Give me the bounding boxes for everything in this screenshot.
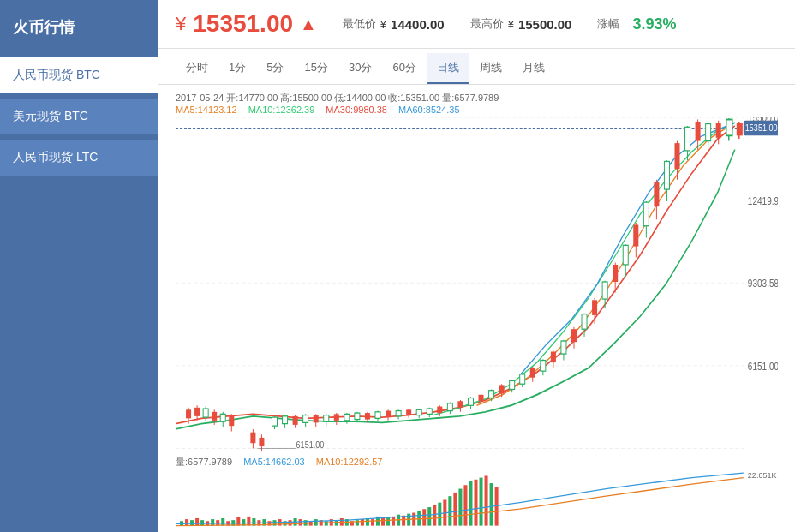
svg-rect-43 <box>334 414 339 421</box>
svg-rect-172 <box>433 505 436 526</box>
svg-rect-77 <box>510 380 515 389</box>
chart-date-info: 2017-05-24 开:14770.00 高:15500.00 低:14400… <box>176 93 499 103</box>
min-price-value: 14400.00 <box>391 17 445 32</box>
svg-rect-158 <box>361 519 364 526</box>
volume-svg: 22.051K <box>176 470 778 530</box>
svg-rect-121 <box>737 123 743 135</box>
svg-rect-15 <box>194 408 200 416</box>
svg-rect-83 <box>541 361 546 372</box>
svg-rect-91 <box>582 314 587 330</box>
svg-rect-17 <box>203 409 208 417</box>
svg-rect-131 <box>221 518 224 526</box>
svg-rect-107 <box>664 161 669 189</box>
svg-rect-45 <box>344 414 350 421</box>
sidebar-item-cny-btc[interactable]: 人民币现货 BTC <box>0 57 158 93</box>
tab-30min[interactable]: 30分 <box>338 53 382 84</box>
chart-info-bar: 2017-05-24 开:14770.00 高:15500.00 低:14400… <box>158 89 795 117</box>
svg-rect-171 <box>427 507 431 526</box>
svg-rect-182 <box>485 475 488 525</box>
svg-rect-183 <box>490 483 493 526</box>
svg-rect-177 <box>458 489 462 526</box>
svg-rect-19 <box>212 412 217 421</box>
svg-rect-170 <box>422 509 426 525</box>
svg-rect-85 <box>551 352 556 363</box>
svg-rect-115 <box>706 124 711 141</box>
svg-rect-25 <box>250 433 255 444</box>
svg-rect-51 <box>375 412 380 419</box>
svg-rect-41 <box>324 415 329 422</box>
svg-rect-65 <box>447 403 452 411</box>
tab-daily[interactable]: 日线 <box>427 53 469 84</box>
svg-rect-126 <box>195 518 199 526</box>
sidebar-title: 火币行情 <box>0 9 158 55</box>
svg-text:22.051K: 22.051K <box>748 470 777 479</box>
svg-rect-157 <box>356 520 359 525</box>
sidebar-item-cny-ltc[interactable]: 人民币现货 LTC <box>0 140 158 176</box>
svg-rect-13 <box>186 409 191 418</box>
svg-rect-53 <box>386 411 391 418</box>
svg-rect-117 <box>716 123 721 138</box>
svg-rect-124 <box>185 519 188 526</box>
sidebar-item-usd-btc[interactable]: 美元现货 BTC <box>0 99 158 134</box>
svg-rect-163 <box>386 517 390 526</box>
max-price-label: 最高价 <box>470 16 504 32</box>
svg-rect-89 <box>571 329 577 342</box>
volume-label-bar: 量:6577.9789 MA5:14662.03 MA10:12292.57 <box>176 456 778 469</box>
candlestick-svg: 15500.00 12419.91 9303.58 6151.00 15351.… <box>176 117 778 451</box>
price-arrow-up-icon: ▲ <box>300 15 317 34</box>
volume-ma5-label: MA5:14662.03 <box>243 457 305 467</box>
svg-rect-93 <box>592 300 597 315</box>
header-bar: ¥ 15351.00 ▲ 最低价 ¥ 14400.00 最高价 ¥ 15500.… <box>158 0 795 49</box>
chart-area: 2017-05-24 开:14770.00 高:15500.00 低:14400… <box>158 85 795 532</box>
tab-60min[interactable]: 60分 <box>382 53 426 84</box>
tab-5min[interactable]: 5分 <box>256 53 294 84</box>
tab-monthly[interactable]: 月线 <box>512 53 555 84</box>
svg-rect-151 <box>325 521 328 525</box>
sidebar: 火币行情 人民币现货 BTC 美元现货 BTC 人民币现货 LTC <box>0 0 158 532</box>
svg-rect-49 <box>365 413 370 420</box>
svg-rect-35 <box>293 416 298 425</box>
svg-rect-95 <box>602 282 607 299</box>
svg-rect-136 <box>247 517 250 526</box>
svg-rect-69 <box>468 398 473 406</box>
svg-rect-31 <box>272 417 277 426</box>
svg-rect-59 <box>416 409 421 415</box>
svg-rect-87 <box>561 341 566 354</box>
tab-weekly[interactable]: 周线 <box>469 53 512 84</box>
svg-rect-101 <box>633 224 638 246</box>
tab-15min[interactable]: 15分 <box>294 53 338 84</box>
svg-rect-169 <box>417 511 421 525</box>
svg-rect-73 <box>489 391 494 398</box>
tab-1min[interactable]: 1分 <box>218 53 256 84</box>
svg-rect-109 <box>674 143 679 169</box>
change-label: 涨幅 <box>597 16 619 32</box>
svg-rect-129 <box>211 519 214 526</box>
change-pct-value: 3.93% <box>632 15 676 33</box>
volume-ma10-label: MA10:12292.57 <box>316 457 383 467</box>
svg-rect-21 <box>220 414 225 421</box>
svg-rect-181 <box>480 478 483 526</box>
main-price: 15351.00 <box>193 10 293 38</box>
svg-rect-37 <box>303 415 308 423</box>
currency-symbol: ¥ <box>176 13 186 35</box>
max-price-info: 最高价 ¥ 15500.00 <box>470 16 572 32</box>
ma30-label: MA30:9980.38 <box>326 105 387 115</box>
svg-text:6151.00: 6151.00 <box>296 440 325 451</box>
svg-rect-113 <box>696 122 701 141</box>
svg-rect-179 <box>469 481 472 526</box>
svg-rect-134 <box>236 517 240 526</box>
svg-rect-39 <box>314 415 319 423</box>
svg-rect-71 <box>479 395 484 402</box>
min-price-label: 最低价 <box>343 16 376 32</box>
svg-rect-97 <box>613 265 618 282</box>
change-pct-info: 涨幅 3.93% <box>597 15 676 33</box>
svg-rect-105 <box>654 182 659 206</box>
svg-rect-146 <box>299 519 302 526</box>
svg-rect-23 <box>229 416 234 426</box>
volume-area: 量:6577.9789 MA5:14662.03 MA10:12292.57 2… <box>158 451 795 528</box>
volume-qty-label: 量:6577.9789 <box>176 457 232 467</box>
svg-text:15351.00: 15351.00 <box>745 123 778 133</box>
svg-rect-125 <box>190 520 194 525</box>
tab-fenshi[interactable]: 分时 <box>176 53 218 84</box>
svg-rect-55 <box>396 411 401 416</box>
